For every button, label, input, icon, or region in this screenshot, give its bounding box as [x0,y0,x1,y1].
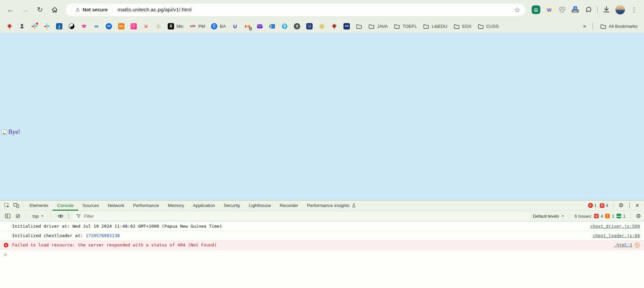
clear-console-icon[interactable]: ⊘ [15,212,20,220]
bookmark-graduate[interactable] [16,21,28,31]
issues-counter[interactable]: 6 Issues: × 4 ! 1 1 [575,214,626,219]
bookmark-udemy[interactable]: u [140,21,152,31]
device-toolbar-icon[interactable] [11,201,21,210]
devtools-close-icon[interactable]: × [635,202,639,209]
bookmarks-overflow-chevron-icon[interactable]: » [581,23,588,29]
bookmark-udacity[interactable]: U [229,21,241,31]
wikipedia-w-icon[interactable]: W [545,5,553,14]
issues-badge[interactable]: × 4 [600,203,608,208]
bookmark-gold-swirl[interactable]: ◎ [316,21,328,31]
bookmark-infinity[interactable]: ∞ [90,21,103,31]
broken-image-icon [1,129,8,136]
reload-icon[interactable]: ↻ [33,3,47,17]
folder-icon [368,23,375,29]
tab-security[interactable]: Security [219,201,245,211]
bookmark-folder-java[interactable]: JAVA [365,21,391,31]
back-icon[interactable]: ← [3,3,17,17]
security-chip-label: Not secure [83,7,108,12]
url-bar[interactable]: ⚠ Not secure matlis.unitech.ac.pg/api/v1… [66,4,526,16]
tab-recorder[interactable]: Recorder [275,201,303,211]
security-chip[interactable]: ⚠ Not secure [70,5,113,15]
bookmark-ihe[interactable]: IHE [115,21,127,31]
console-prompt[interactable]: > [0,250,644,259]
execution-context-select[interactable]: top ▼ [31,214,46,219]
grammarly-icon[interactable]: G [532,5,540,14]
bookmark-emblem[interactable]: U [303,21,316,31]
circles-extension-icon[interactable] [558,5,567,14]
console-settings-gear-icon[interactable]: ⚙ [636,213,641,220]
bookmarks-right: » All Bookmarks [581,21,641,31]
console-sidebar-toggle-icon[interactable] [3,212,12,220]
all-bookmarks-button[interactable]: All Bookmarks [597,21,641,31]
error-count: 1 [594,203,597,208]
tab-performance-insights[interactable]: Performance insights [303,201,361,211]
bookmark-yin-yang[interactable] [65,21,78,31]
bookmark-folder-toefl[interactable]: TOEFL [391,21,420,31]
bookmark-outlook[interactable] [266,21,278,31]
tab-label: Console [57,203,74,208]
bookmark-gmail[interactable]: 0 [241,21,254,31]
bookmark-edx-pm[interactable]: edXPM [186,21,208,31]
eye-icon[interactable] [56,212,65,220]
bookmark-slack[interactable] [28,21,41,31]
devtools-settings-gear-icon[interactable]: ⚙ [619,202,624,209]
input-tools-icon[interactable] [571,5,580,14]
source-link[interactable]: chext_loader.js:66 [586,233,640,238]
tab-application[interactable]: Application [189,201,219,211]
tab-label: Lighthouse [249,203,271,208]
devtools-menu-kebab-icon[interactable]: ⋮ [627,202,632,209]
bookmark-folder-libedu[interactable]: LibEDU [420,21,450,31]
forward-icon[interactable]: → [18,3,32,17]
bookmark-folder[interactable] [353,21,365,31]
bookmark-grad-cap[interactable] [78,21,90,31]
bookmark-label: TOEFL [402,24,417,29]
extensions-puzzle-icon[interactable] [584,5,593,14]
source-link[interactable]: chext_driver.js:500 [583,224,640,229]
gold-swirl-icon: ◎ [319,23,325,29]
bookmark-letter-j[interactable]: j [53,21,65,31]
bookmark-maple-leaf[interactable] [3,21,16,31]
bookmark-folder-edx[interactable]: EDX [450,21,475,31]
bookmark-maple-leaf-2[interactable] [328,21,340,31]
bookmark-slack-2[interactable] [41,21,53,31]
outlook-icon [269,23,275,29]
console-divider [631,213,631,219]
home-icon[interactable] [48,3,62,17]
tab-sources[interactable]: Sources [78,201,104,211]
bookmark-academic-search[interactable]: AS [340,21,353,31]
log-levels-select[interactable]: Default levels ▼ [533,214,564,219]
console-filter-input[interactable]: Filter [72,212,530,220]
bookmark-envelope[interactable] [254,21,266,31]
slack-icon [31,23,38,29]
bookmark-c-ba[interactable]: CBA [208,21,229,31]
inspect-element-icon[interactable] [2,201,11,210]
folder-icon [394,23,400,29]
tab-elements[interactable]: Elements [25,201,53,211]
tab-console[interactable]: Console [53,201,78,211]
tab-performance[interactable]: Performance [129,201,163,211]
source-link[interactable]: .html:1 [607,242,632,247]
profile-avatar[interactable] [615,5,625,15]
envelope-icon [257,23,263,29]
filter-placeholder: Filter [84,214,94,219]
bookmark-folder-cuss[interactable]: CUSS [475,21,502,31]
console-divider [569,213,570,219]
bookmark-zigzag[interactable]: / [127,21,140,31]
tab-lighthouse[interactable]: Lighthouse [245,201,275,211]
bookmark-x-mic[interactable]: XMic [165,21,186,31]
folder-icon [478,23,484,29]
console-errors-badge[interactable]: × 1 [588,203,597,208]
downloads-icon[interactable] [602,5,611,14]
tab-memory[interactable]: Memory [163,201,189,211]
bookmark-star-icon[interactable]: ☆ [514,6,521,14]
bookmark-keyhole[interactable] [278,21,291,31]
x-icon: X [168,23,174,29]
bookmark-s-globe[interactable]: S [291,21,303,31]
devtools-divider [23,203,23,209]
bookmark-bars[interactable] [152,21,165,31]
browser-menu-kebab-icon[interactable]: ⋮ [630,6,639,14]
network-request-icon[interactable] [635,242,640,248]
bookmark-2u[interactable]: 2U [103,21,115,31]
tab-label: Recorder [280,203,299,208]
tab-network[interactable]: Network [103,201,129,211]
